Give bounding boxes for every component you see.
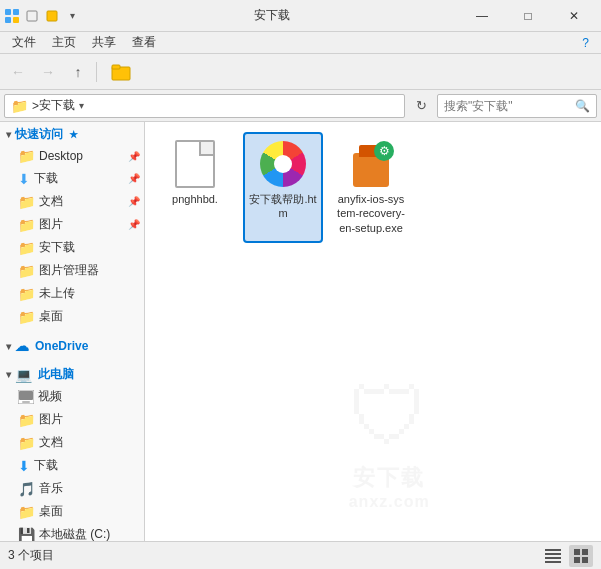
onedrive-label: OneDrive [35,339,88,353]
sidebar-item-download2[interactable]: ⬇ 下载 [0,454,144,477]
sidebar-item-pictures[interactable]: 📁 图片 📌 [0,213,144,236]
svg-rect-14 [545,561,561,563]
file-label-pnghhbd: pnghhbd. [172,192,218,206]
svg-rect-9 [19,391,33,400]
title-bar-icons: ▾ [4,8,80,24]
file-icon-wrapper-anyfix: ⚙ [347,140,395,188]
sidebar-label-download: 下载 [34,170,58,187]
folder-icon-docs2: 📁 [18,435,35,451]
folder-icon-pictures: 📁 [18,217,35,233]
forward-button[interactable]: → [34,58,62,86]
sidebar-item-desktop3[interactable]: 📁 桌面 [0,500,144,523]
svg-rect-17 [574,557,580,563]
up-button[interactable]: ↑ [64,58,92,86]
address-bar: 📁 > 安下载 ▾ ↻ 🔍 [0,90,601,122]
file-item-pnghhbd[interactable]: pnghhbd. [155,132,235,243]
drive-icon: 💾 [18,527,35,542]
sidebar-item-desktop2[interactable]: 📁 桌面 [0,305,144,328]
video-icon [18,390,34,404]
maximize-button[interactable]: □ [505,0,551,32]
sidebar-item-docs[interactable]: 📁 文档 📌 [0,190,144,213]
sidebar-label-drive-c: 本地磁盘 (C:) [39,526,110,541]
address-folder-icon: 📁 [11,98,28,114]
item-count: 3 个项目 [8,547,54,564]
main-layout: ▾ 快速访问 ★ 📁 Desktop 📌 ⬇ 下载 📌 📁 文档 📌 📁 图片 … [0,122,601,541]
toolbar: ← → ↑ [0,54,601,90]
onedrive-icon: ☁ [15,338,29,354]
sidebar-item-video[interactable]: 视频 [0,385,144,408]
back-button[interactable]: ← [4,58,32,86]
file-item-anyfix[interactable]: ⚙ anyfix-ios-system-recovery-en-setup.ex… [331,132,411,243]
sidebar-item-drive-c[interactable]: 💾 本地磁盘 (C:) [0,523,144,541]
undo-icon [24,8,40,24]
folder-icon-imgmanager: 📁 [18,263,35,279]
status-bar-right [541,545,593,567]
svg-rect-7 [112,65,120,69]
onedrive-header[interactable]: ▾ ☁ OneDrive [0,334,144,356]
svg-rect-11 [545,549,561,551]
file-label-htm: 安下载帮助.htm [249,192,317,221]
sidebar-item-music[interactable]: 🎵 音乐 [0,477,144,500]
watermark-icon: 🛡 [349,371,429,463]
toolbar-separator-1 [96,62,97,82]
quick-access-star: ★ [69,129,78,140]
menu-share[interactable]: 共享 [84,32,124,54]
window-controls: — □ ✕ [459,0,597,32]
quick-access-label: 快速访问 [15,126,63,143]
help-button[interactable]: ? [574,32,597,54]
folder-icon-desktop3: 📁 [18,504,35,520]
menu-file[interactable]: 文件 [4,32,44,54]
thispc-icon: 💻 [15,367,32,383]
watermark: 🛡 安下载 anxz.com [349,371,430,511]
sidebar-label-anzaidia: 安下载 [39,239,75,256]
file-item-htm[interactable]: 安下载帮助.htm [243,132,323,243]
address-path[interactable]: 📁 > 安下载 ▾ [4,94,405,118]
svg-rect-12 [545,553,561,555]
svg-rect-5 [47,11,57,21]
search-input[interactable] [444,99,571,113]
status-bar: 3 个项目 [0,541,601,569]
close-button[interactable]: ✕ [551,0,597,32]
watermark-url: anxz.com [349,493,430,511]
pin-icon-desktop: 📌 [128,151,140,162]
quick-access-header[interactable]: ▾ 快速访问 ★ [0,122,144,145]
sidebar-item-pictures2[interactable]: 📁 图片 [0,408,144,431]
sidebar-item-unuploaded[interactable]: 📁 未上传 [0,282,144,305]
sidebar-item-download[interactable]: ⬇ 下载 📌 [0,167,144,190]
refresh-button[interactable]: ↻ [409,94,433,118]
minimize-button[interactable]: — [459,0,505,32]
svg-rect-13 [545,557,561,559]
new-folder-button[interactable] [101,58,141,86]
folder-icon-unuploaded: 📁 [18,286,35,302]
anyfix-gear: ⚙ [374,141,394,161]
photos-icon [260,141,306,187]
sidebar-label-desktop2: 桌面 [39,308,63,325]
search-box[interactable]: 🔍 [437,94,597,118]
menu-view[interactable]: 查看 [124,32,164,54]
svg-rect-18 [582,557,588,563]
dropdown-icon[interactable]: ▾ [64,8,80,24]
generic-file-icon [175,140,215,188]
thispc-header[interactable]: ▾ 💻 此电脑 [0,362,144,385]
svg-rect-10 [22,401,30,403]
sidebar-label-download2: 下载 [34,457,58,474]
thispc-chevron: ▾ [6,369,11,380]
menu-home[interactable]: 主页 [44,32,84,54]
title-bar: ▾ 安下载 — □ ✕ [0,0,601,32]
search-icon: 🔍 [575,99,590,113]
sidebar-label-desktop: Desktop [39,149,83,163]
sidebar-item-desktop[interactable]: 📁 Desktop 📌 [0,145,144,167]
tiles-view-button[interactable] [569,545,593,567]
redo-icon [44,8,60,24]
svg-rect-4 [27,11,37,21]
sidebar-label-unuploaded: 未上传 [39,285,75,302]
sidebar-item-imgmanager[interactable]: 📁 图片管理器 [0,259,144,282]
address-folder-name: 安下载 [39,97,75,114]
file-icon-wrapper-htm [259,140,307,188]
sidebar-item-docs2[interactable]: 📁 文档 [0,431,144,454]
svg-rect-2 [5,17,11,23]
sidebar-item-anzaidia[interactable]: 📁 安下载 [0,236,144,259]
details-view-button[interactable] [541,545,565,567]
content-area: 🛡 安下载 anxz.com pnghhbd. 安 [145,122,601,541]
anyfix-icon: ⚙ [348,141,394,187]
